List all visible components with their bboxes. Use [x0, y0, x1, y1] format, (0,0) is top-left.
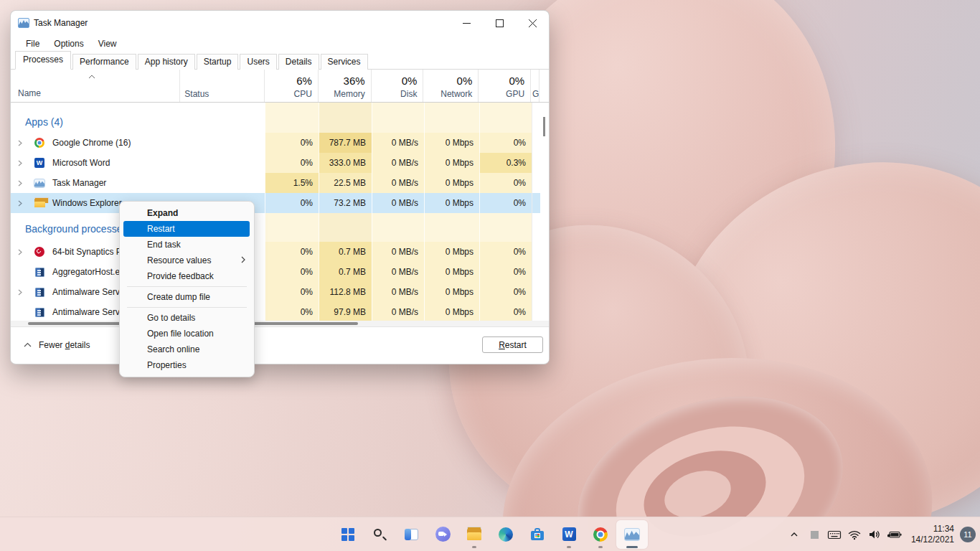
expand-chevron-icon[interactable]	[17, 160, 23, 166]
cell-gpu: 0.3%	[479, 153, 532, 173]
process-row-google-chrome[interactable]: Google Chrome (16) 0% 787.7 MB 0 MB/s 0 …	[11, 133, 549, 153]
column-header-disk[interactable]: 0% Disk	[371, 70, 423, 102]
folder-icon	[34, 199, 45, 207]
active-indicator	[626, 546, 638, 548]
task-view-button[interactable]	[395, 520, 427, 549]
speaker-icon	[867, 528, 882, 541]
cell-memory: 97.9 MB	[319, 302, 372, 321]
context-menu-item-go-to-details[interactable]: Go to details	[120, 310, 254, 326]
hidden-icons-button[interactable]	[785, 520, 804, 549]
tab-performance[interactable]: Performance	[72, 54, 136, 70]
cell-memory: 333.0 MB	[319, 153, 372, 173]
notification-badge[interactable]: 11	[960, 527, 976, 542]
expand-chevron-icon[interactable]	[17, 180, 23, 187]
section-header-background-processes[interactable]: Background processes	[11, 213, 549, 242]
vertical-scrollbar[interactable]	[543, 117, 545, 136]
context-menu-item-expand[interactable]: Expand	[120, 205, 254, 221]
chat-icon	[435, 527, 451, 542]
word-button[interactable]: W	[553, 520, 585, 549]
column-header-name[interactable]: Name	[11, 70, 179, 102]
process-row-antimalware-2[interactable]: Antimalware Service Executable 0% 97.9 M…	[11, 302, 549, 321]
context-menu-item-restart[interactable]: Restart	[123, 221, 250, 237]
context-menu-item-create-dump-file[interactable]: Create dump file	[120, 289, 254, 305]
expand-chevron-icon[interactable]	[17, 140, 23, 146]
context-menu-item-provide-feedback[interactable]: Provide feedback	[120, 268, 254, 284]
column-header-cpu[interactable]: 6% CPU	[264, 70, 318, 102]
fewer-details-toggle[interactable]: Fewer details	[24, 340, 90, 350]
taskbar: W	[0, 517, 980, 551]
cell-status	[180, 173, 265, 193]
edge-button[interactable]	[490, 520, 522, 549]
section-header-apps[interactable]: Apps (4)	[11, 111, 549, 133]
process-table: Apps (4) Google Chrome (16) 0% 787.7 MB …	[11, 103, 549, 321]
file-explorer-button[interactable]	[458, 520, 490, 549]
task-manager-window: Task Manager File Options View Processes…	[10, 10, 550, 364]
cell-cpu: 0%	[265, 193, 319, 213]
process-row-antimalware-1[interactable]: Antimalware Service Executable 0% 112.8 …	[11, 282, 549, 302]
column-header-gpu[interactable]: 0% GPU	[478, 70, 530, 102]
app-icon	[35, 268, 44, 277]
tab-services[interactable]: Services	[321, 54, 368, 70]
chat-button[interactable]	[427, 520, 458, 549]
column-header-gpu-engine[interactable]: GPU engine	[530, 70, 539, 102]
cell-memory: 22.5 MB	[319, 173, 372, 193]
expand-chevron-icon[interactable]	[17, 289, 23, 296]
menu-view[interactable]: View	[92, 37, 123, 51]
cell-gpu: 0%	[479, 242, 532, 262]
cell-disk: 0 MB/s	[372, 153, 424, 173]
restart-button[interactable]: Restart	[482, 336, 543, 353]
context-menu-item-resource-values[interactable]: Resource values	[120, 253, 254, 268]
task-manager-button[interactable]	[616, 520, 648, 549]
taskbar-search-button[interactable]	[364, 520, 395, 549]
running-indicator	[567, 546, 571, 548]
process-row-windows-explorer[interactable]: Windows Explorer 0% 73.2 MB 0 MB/s 0 Mbp…	[11, 193, 549, 213]
process-row-aggregatorhost[interactable]: AggregatorHost.exe 0% 0.7 MB 0 MB/s 0 Mb…	[11, 262, 549, 282]
cell-network: 0 Mbps	[424, 262, 479, 282]
task-manager-app-icon	[18, 18, 29, 28]
minimize-button[interactable]	[450, 11, 483, 35]
chrome-button[interactable]	[585, 520, 616, 549]
context-menu-item-search-online[interactable]: Search online	[120, 342, 254, 357]
clock[interactable]: 11:34 14/12/2021	[905, 524, 957, 545]
process-row-synaptics[interactable]: 64-bit Synaptics Pointing Enhance Servic…	[11, 242, 549, 262]
process-row-microsoft-word[interactable]: W Microsoft Word 0% 333.0 MB 0 MB/s 0 Mb…	[11, 153, 549, 173]
cell-disk: 0 MB/s	[372, 302, 424, 321]
column-header-memory[interactable]: 36% Memory	[318, 70, 371, 102]
tab-startup[interactable]: Startup	[197, 54, 239, 70]
maximize-button[interactable]	[483, 11, 516, 35]
clock-date: 14/12/2021	[911, 534, 954, 545]
tray-app-icon[interactable]	[805, 520, 824, 549]
context-menu-item-end-task[interactable]: End task	[120, 237, 254, 253]
column-header-network[interactable]: 0% Network	[423, 70, 478, 102]
tab-app-history[interactable]: App history	[138, 54, 195, 70]
expand-chevron-icon[interactable]	[17, 249, 23, 255]
expand-chevron-icon[interactable]	[17, 200, 23, 207]
chrome-icon	[593, 527, 608, 542]
cell-gpu: 0%	[479, 262, 532, 282]
horizontal-scrollbar[interactable]	[11, 321, 549, 326]
store-button[interactable]	[522, 520, 553, 549]
context-menu-item-properties[interactable]: Properties	[120, 357, 254, 373]
volume-button[interactable]	[865, 520, 884, 549]
menu-file[interactable]: File	[19, 37, 46, 51]
cell-cpu: 1.5%	[265, 173, 319, 193]
process-row-task-manager[interactable]: Task Manager 1.5% 22.5 MB 0 MB/s 0 Mbps …	[11, 173, 549, 193]
menu-options[interactable]: Options	[47, 37, 90, 51]
wifi-button[interactable]	[845, 520, 864, 549]
context-menu-item-open-file-location[interactable]: Open file location	[120, 326, 254, 342]
start-button[interactable]	[332, 520, 364, 549]
column-header-status[interactable]: Status	[179, 70, 264, 102]
touch-keyboard-button[interactable]	[825, 520, 844, 549]
tab-processes[interactable]: Processes	[15, 51, 71, 70]
cell-cpu: 0%	[265, 133, 319, 153]
file-explorer-icon	[467, 529, 481, 540]
cell-memory: 73.2 MB	[319, 193, 372, 213]
gray-square-icon	[808, 528, 821, 541]
tab-details[interactable]: Details	[278, 54, 319, 70]
battery-button[interactable]	[885, 520, 904, 549]
title-bar[interactable]: Task Manager	[11, 11, 549, 35]
cell-disk: 0 MB/s	[372, 282, 424, 302]
close-button[interactable]	[516, 11, 549, 35]
tab-users[interactable]: Users	[240, 54, 276, 70]
word-icon: W	[34, 158, 44, 168]
